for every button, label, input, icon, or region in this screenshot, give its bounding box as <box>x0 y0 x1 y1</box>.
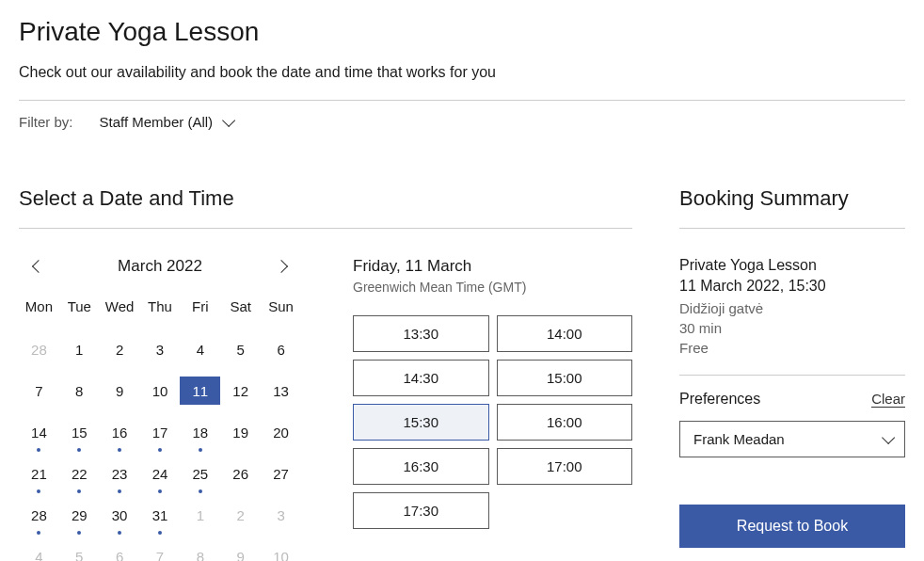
staff-filter-value: Staff Member (All) <box>100 114 214 130</box>
time-slot[interactable]: 16:00 <box>497 404 633 441</box>
time-slot[interactable]: 16:30 <box>353 448 489 485</box>
calendar-day[interactable]: 29 <box>59 501 100 529</box>
staff-select-value: Frank Meadan <box>693 431 785 447</box>
chevron-right-icon <box>275 260 288 273</box>
summary-location: Didžioji gatvė <box>679 300 905 316</box>
time-slot[interactable]: 15:30 <box>353 404 489 441</box>
calendar-day[interactable]: 25 <box>180 459 220 488</box>
calendar-day[interactable]: 16 <box>100 418 140 446</box>
time-slot[interactable]: 13:30 <box>353 315 489 352</box>
calendar-day[interactable]: 1 <box>59 335 100 363</box>
availability-dot <box>37 448 40 452</box>
calendar-day[interactable]: 21 <box>19 459 59 488</box>
calendar-day: 6 <box>100 542 140 561</box>
calendar: March 2022 MonTueWedThuFriSatSun28123456… <box>19 257 301 561</box>
calendar-day[interactable]: 30 <box>100 501 140 529</box>
calendar-day[interactable]: 2 <box>100 335 140 363</box>
calendar-day[interactable]: 14 <box>19 418 59 446</box>
calendar-day[interactable]: 26 <box>220 459 261 488</box>
page-title: Private Yoga Lesson <box>19 17 905 47</box>
staff-select[interactable]: Frank Meadan <box>679 421 905 457</box>
availability-dot <box>37 489 40 493</box>
summary-duration: 30 min <box>679 320 905 336</box>
calendar-weekday: Tue <box>59 298 100 322</box>
time-slot[interactable]: 14:00 <box>497 315 633 352</box>
calendar-day[interactable]: 13 <box>261 377 301 405</box>
calendar-day[interactable]: 28 <box>19 501 59 529</box>
time-slots: Friday, 11 March Greenwich Mean Time (GM… <box>353 257 632 561</box>
calendar-weekday: Thu <box>140 298 181 322</box>
divider <box>679 375 905 376</box>
selected-date-heading: Friday, 11 March <box>353 257 632 276</box>
calendar-day[interactable]: 31 <box>140 501 181 529</box>
time-slot[interactable]: 17:00 <box>497 448 633 485</box>
availability-dot <box>77 489 81 493</box>
summary-datetime: 11 March 2022, 15:30 <box>679 278 905 295</box>
availability-dot <box>77 531 81 535</box>
calendar-day[interactable]: 27 <box>261 459 301 488</box>
calendar-day: 8 <box>180 542 220 561</box>
calendar-day: 9 <box>220 542 261 561</box>
timezone-label: Greenwich Mean Time (GMT) <box>353 280 632 295</box>
summary-service: Private Yoga Lesson <box>679 257 905 274</box>
calendar-weekday: Mon <box>19 298 59 322</box>
calendar-day[interactable]: 5 <box>220 335 261 363</box>
calendar-weekday: Sun <box>261 298 301 322</box>
preferences-label: Preferences <box>679 391 760 408</box>
calendar-day[interactable]: 10 <box>140 377 181 405</box>
calendar-day[interactable]: 9 <box>100 377 140 405</box>
time-slot[interactable]: 17:30 <box>353 492 489 529</box>
calendar-day[interactable]: 22 <box>59 459 100 488</box>
chevron-left-icon <box>32 260 45 273</box>
calendar-weekday: Fri <box>180 298 220 322</box>
calendar-day: 7 <box>140 542 181 561</box>
divider <box>19 228 632 229</box>
calendar-day[interactable]: 15 <box>59 418 100 446</box>
time-slot[interactable]: 14:30 <box>353 360 489 396</box>
availability-dot <box>118 489 121 493</box>
availability-dot <box>199 448 202 452</box>
availability-dot <box>77 448 81 452</box>
calendar-day[interactable]: 4 <box>180 335 220 363</box>
prev-month-button[interactable] <box>30 258 47 275</box>
calendar-day: 28 <box>19 335 59 363</box>
filter-row: Filter by: Staff Member (All) <box>19 114 905 130</box>
calendar-day[interactable]: 11 <box>180 377 220 405</box>
page-subtitle: Check out our availability and book the … <box>19 64 905 81</box>
calendar-day[interactable]: 18 <box>180 418 220 446</box>
staff-filter-dropdown[interactable]: Staff Member (All) <box>100 114 232 130</box>
calendar-day[interactable]: 19 <box>220 418 261 446</box>
chevron-down-icon <box>222 113 235 126</box>
calendar-day[interactable]: 12 <box>220 377 261 405</box>
availability-dot <box>118 531 121 535</box>
availability-dot <box>158 531 162 535</box>
calendar-day[interactable]: 6 <box>261 335 301 363</box>
calendar-day[interactable]: 8 <box>59 377 100 405</box>
next-month-button[interactable] <box>273 258 290 275</box>
request-to-book-button[interactable]: Request to Book <box>679 505 905 548</box>
calendar-weekday: Wed <box>100 298 140 322</box>
calendar-day[interactable]: 20 <box>261 418 301 446</box>
calendar-day: 10 <box>261 542 301 561</box>
divider <box>19 100 905 101</box>
calendar-day[interactable]: 24 <box>140 459 181 488</box>
calendar-day: 1 <box>180 501 220 529</box>
calendar-month-year: March 2022 <box>118 257 202 276</box>
calendar-day[interactable]: 17 <box>140 418 181 446</box>
booking-summary-heading: Booking Summary <box>679 186 905 211</box>
calendar-day[interactable]: 3 <box>140 335 181 363</box>
calendar-day[interactable]: 23 <box>100 459 140 488</box>
availability-dot <box>118 448 121 452</box>
chevron-down-icon <box>882 430 895 443</box>
summary-price: Free <box>679 340 905 356</box>
calendar-day[interactable]: 7 <box>19 377 59 405</box>
calendar-day: 3 <box>261 501 301 529</box>
availability-dot <box>37 531 40 535</box>
calendar-day: 2 <box>220 501 261 529</box>
select-date-time-heading: Select a Date and Time <box>19 186 632 211</box>
calendar-day: 4 <box>19 542 59 561</box>
time-slot[interactable]: 15:00 <box>497 360 633 396</box>
availability-dot <box>199 489 202 493</box>
clear-preferences-link[interactable]: Clear <box>871 391 905 408</box>
filter-label: Filter by: <box>19 114 73 130</box>
